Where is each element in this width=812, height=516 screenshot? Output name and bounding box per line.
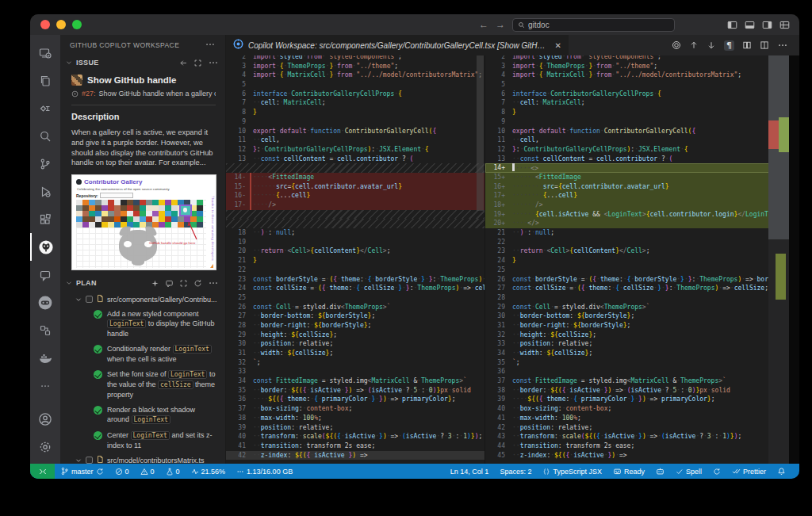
activity-account-icon[interactable] bbox=[30, 405, 60, 433]
status-ln-14-col-1[interactable]: Ln 14, Col 1 bbox=[445, 464, 495, 479]
activity-github-copilot-icon[interactable] bbox=[30, 289, 60, 316]
status-sync-icon[interactable] bbox=[707, 464, 726, 479]
frame-expand-icon[interactable] bbox=[179, 279, 188, 288]
activity-extensions-icon[interactable] bbox=[30, 205, 60, 233]
activity-remote-window-icon[interactable] bbox=[30, 39, 60, 67]
more-icon[interactable] bbox=[205, 39, 216, 50]
activity-pr-comment-icon[interactable] bbox=[30, 261, 60, 289]
status-braces-icon[interactable]: TypeScript JSX bbox=[537, 464, 607, 479]
activity-more-icon[interactable] bbox=[30, 372, 60, 399]
copilot-workspace-icon bbox=[233, 38, 243, 52]
scrollbar[interactable] bbox=[477, 55, 484, 211]
status-label: Spaces: 2 bbox=[500, 468, 531, 476]
plan-section-header[interactable]: PLAN bbox=[60, 275, 225, 291]
activity-search-icon[interactable] bbox=[30, 122, 60, 150]
issue-section-header[interactable]: ISSUE bbox=[60, 55, 225, 71]
diff-pane-modified[interactable]: 2import·styled·from·"styled-components";… bbox=[485, 55, 799, 464]
plan-step[interactable]: Render a black text shadow around LoginT… bbox=[65, 403, 220, 428]
code-line: 38··border:·${({·isActive·})·=>·(isActiv… bbox=[485, 386, 799, 396]
target-icon[interactable] bbox=[672, 40, 681, 50]
status-codespaces-remote-icon[interactable] bbox=[30, 464, 55, 479]
activity-github-icon[interactable] bbox=[30, 233, 60, 261]
minimize-window-button[interactable] bbox=[56, 20, 66, 29]
plan-file-row[interactable]: src/components/Gallery/Contribu... bbox=[65, 292, 220, 307]
plan-step[interactable]: Set the font size of LoginText to the va… bbox=[65, 367, 220, 403]
code-line: 27const·cellSize·=·({·theme:·{·cellSize·… bbox=[485, 284, 799, 293]
history-forward-icon[interactable]: → bbox=[496, 20, 505, 29]
window-controls bbox=[30, 20, 82, 29]
activity-linked-notes-icon[interactable] bbox=[30, 316, 60, 344]
layout-custom-icon[interactable] bbox=[779, 20, 790, 30]
split-editor-icon[interactable] bbox=[760, 40, 769, 50]
command-search-input[interactable]: gitdoc bbox=[512, 18, 675, 32]
plan-step[interactable]: Add a new styled component LoginText to … bbox=[65, 307, 220, 342]
status-check-icon[interactable]: Spell bbox=[670, 464, 707, 479]
layout-panel-icon[interactable] bbox=[745, 20, 755, 30]
plan-step[interactable]: Center LoginText and set its z-index to … bbox=[65, 428, 220, 453]
status-hubot-icon[interactable]: Ready bbox=[607, 464, 650, 479]
code-line: 39··position:·relative; bbox=[226, 423, 485, 433]
arrow-up-icon[interactable] bbox=[689, 40, 699, 50]
file-icon bbox=[96, 455, 104, 464]
layout-sidebar-left-icon[interactable] bbox=[727, 20, 737, 30]
plan-step[interactable]: Conditionally render LoginText when the … bbox=[65, 342, 220, 367]
more-icon[interactable] bbox=[208, 277, 219, 289]
activity-settings-gear-icon[interactable] bbox=[30, 433, 60, 461]
status-robot-icon[interactable] bbox=[650, 464, 670, 479]
issue-image[interactable]: Contributor Gallery Celebrating the awes… bbox=[71, 174, 216, 270]
editor-area: Copilot Workspace: src/components/Galler… bbox=[226, 35, 799, 464]
plan-step-text: Conditionally render LoginText when the … bbox=[107, 344, 219, 364]
code-line: 29const·Cell·=·styled.div<ThemeProps>` bbox=[485, 303, 799, 312]
code-line: 31··border-right:·${borderStyle}; bbox=[485, 321, 799, 331]
scrollbar[interactable] bbox=[768, 55, 789, 464]
arrow-left-icon[interactable] bbox=[179, 59, 188, 67]
frame-expand-icon[interactable] bbox=[193, 59, 202, 67]
arrow-down-icon[interactable] bbox=[707, 40, 716, 50]
comment-icon[interactable] bbox=[165, 279, 174, 288]
plan-section-label: PLAN bbox=[76, 279, 97, 287]
overview-added-mark bbox=[776, 254, 786, 300]
code-line: 17+········{...cell} bbox=[485, 191, 799, 201]
layout-sidebar-right-icon[interactable] bbox=[762, 20, 772, 30]
activity-references-icon[interactable] bbox=[30, 94, 60, 122]
more-icon[interactable] bbox=[208, 57, 219, 68]
activity-files-copy-icon[interactable] bbox=[30, 67, 60, 94]
decoration bbox=[210, 264, 213, 268]
close-window-button[interactable] bbox=[40, 20, 50, 29]
code-line: 21··)·:·null; bbox=[485, 228, 799, 238]
tab-contributor-gallery-cell[interactable]: Copilot Workspace: src/components/Galler… bbox=[226, 35, 569, 55]
status-double-check-icon[interactable]: Prettier bbox=[726, 464, 772, 479]
status-error-icon[interactable]: 0 bbox=[109, 464, 135, 479]
run-debug-icon bbox=[39, 185, 52, 198]
checkbox[interactable] bbox=[86, 296, 93, 303]
sparkle-icon[interactable] bbox=[151, 279, 159, 288]
activity-run-debug-icon[interactable] bbox=[30, 178, 60, 205]
compare-icon[interactable] bbox=[742, 40, 752, 50]
issue-reference[interactable]: #27: Show GitHub handle when a gallery c… bbox=[71, 90, 216, 97]
status-ellipsis-icon[interactable]: 1.13/16.00 GB bbox=[231, 464, 298, 479]
code-line: 10export·default·function·ContributorGal… bbox=[226, 127, 485, 136]
editor-edge bbox=[789, 55, 799, 464]
zoom-window-button[interactable] bbox=[72, 20, 82, 29]
checkbox[interactable] bbox=[86, 457, 93, 464]
status-warning-icon[interactable]: 0 bbox=[135, 464, 160, 479]
activity-source-control-icon[interactable] bbox=[30, 150, 60, 178]
status-spaces-2[interactable]: Spaces: 2 bbox=[494, 464, 537, 479]
diff-pane-original[interactable]: 2import·styled·from·"styled-components";… bbox=[226, 55, 485, 464]
more-icon[interactable] bbox=[205, 39, 216, 52]
code-line: 19 bbox=[226, 238, 485, 247]
history-back-icon[interactable]: ← bbox=[479, 20, 488, 29]
status-bell-icon[interactable] bbox=[772, 464, 791, 479]
activity-docker-icon[interactable] bbox=[30, 344, 60, 372]
code-line: 32··height:·${cellSize}; bbox=[485, 331, 799, 340]
close-icon[interactable]: ✕ bbox=[553, 41, 561, 50]
status-flask-icon[interactable]: 0 bbox=[160, 464, 186, 479]
status-branch-icon[interactable]: master bbox=[55, 464, 109, 479]
refresh-icon[interactable] bbox=[193, 279, 202, 288]
plan-file-row[interactable]: src/model/contributorsMatrix.ts bbox=[65, 453, 220, 464]
code-line: 41··transition:·transform·2s·ease; bbox=[226, 441, 485, 451]
code-line: 23··return·<Cell>{cellContent}</Cell>; bbox=[485, 247, 799, 256]
status-pulse-icon[interactable]: 21.56% bbox=[186, 464, 232, 479]
more-icon[interactable] bbox=[777, 40, 788, 51]
pilcrow-icon[interactable]: ¶ bbox=[724, 40, 734, 51]
